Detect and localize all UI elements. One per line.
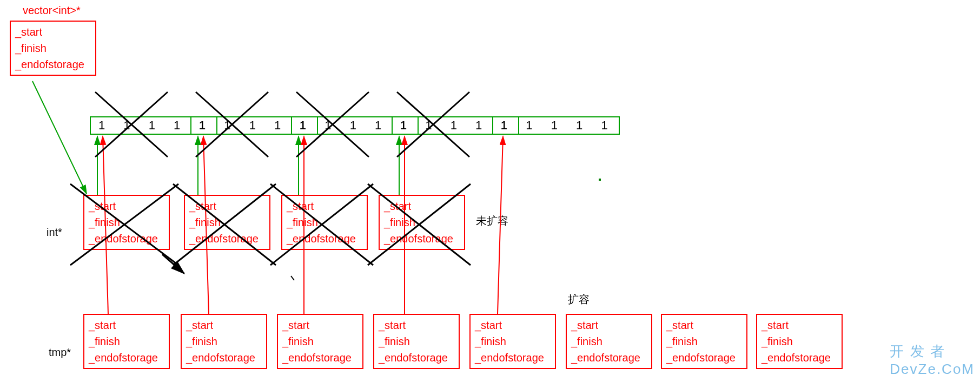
svg-line-26 bbox=[162, 254, 184, 273]
top-pointer-box: _start _finish _endofstorage bbox=[10, 21, 96, 76]
bot-box-4: _start _finish _endofstorage bbox=[469, 314, 556, 369]
watermark: 开 发 者DevZe.CoM bbox=[890, 342, 975, 378]
mid-box-0: _start _finish _endofstorage bbox=[83, 195, 170, 250]
int-star-label: int* bbox=[47, 226, 62, 239]
mid-box-1: _start _finish _endofstorage bbox=[184, 195, 270, 250]
tmp-star-label: tmp* bbox=[49, 346, 71, 359]
field-start: _start bbox=[15, 24, 91, 40]
no-expand-label: 未扩容 bbox=[476, 214, 508, 228]
bot-box-3: _start _finish _endofstorage bbox=[373, 314, 460, 369]
bot-box-7: _start _finish _endofstorage bbox=[756, 314, 843, 369]
field-finish: _finish bbox=[15, 40, 91, 56]
title-label: vector<int>* bbox=[23, 4, 81, 17]
mid-box-2: _start _finish _endofstorage bbox=[281, 195, 368, 250]
bot-box-5: _start _finish _endofstorage bbox=[566, 314, 652, 369]
field-eos: _endofstorage bbox=[15, 56, 91, 73]
svg-line-0 bbox=[32, 81, 87, 194]
stray-dot bbox=[599, 179, 601, 181]
green-cell-4: 1 1 1 1 1 bbox=[492, 116, 620, 135]
bot-box-6: _start _finish _endofstorage bbox=[661, 314, 747, 369]
bot-box-1: _start _finish _endofstorage bbox=[181, 314, 267, 369]
expand-label: 扩容 bbox=[568, 292, 590, 307]
svg-line-27 bbox=[291, 276, 294, 280]
bot-box-0: _start _finish _endofstorage bbox=[83, 314, 170, 369]
mid-box-3: _start _finish _endofstorage bbox=[379, 195, 465, 250]
bot-box-2: _start _finish _endofstorage bbox=[277, 314, 363, 369]
